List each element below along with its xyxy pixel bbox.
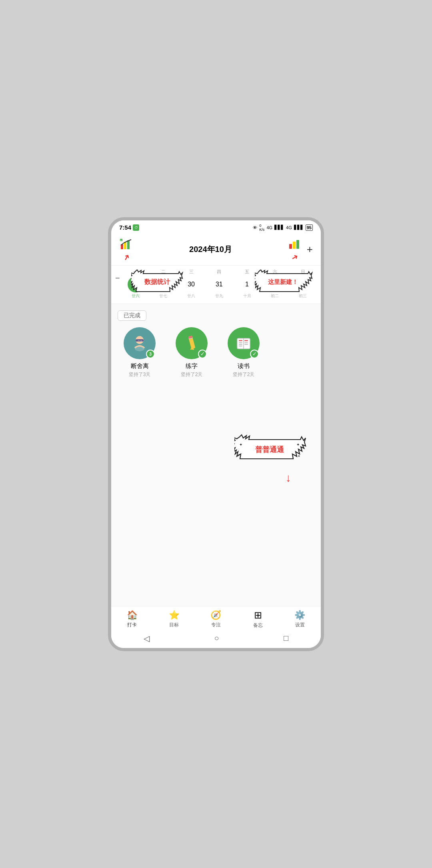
tooltip-new: 这里新建！ (255, 270, 313, 299)
bottom-nav: 🏠 打卡 ⭐ 目标 🧭 专注 ⊞ 备忘 ⚙️ 设置 (111, 606, 321, 630)
app-header: $ ➜ 2024年10月 ➜ + (111, 233, 321, 266)
signal-icon2: ▋▋▋ (294, 225, 304, 230)
bottom-annotation: ✦ ✦ ✦ ✦ 普普通通 ↓ (118, 434, 314, 484)
header-icons: ➜ + (288, 237, 313, 262)
svg-rect-29 (244, 344, 248, 345)
calendar-minus[interactable]: − (115, 274, 120, 283)
svg-text:$: $ (120, 239, 122, 242)
habit-name-dushu: 读书 (238, 362, 250, 370)
chart-button[interactable] (288, 237, 302, 252)
svg-text:这里新建！: 这里新建！ (268, 278, 298, 285)
habits-grid: メ+ル 3 断舍离 坚持了3天 (118, 327, 314, 378)
status-time: 7:54 (119, 224, 131, 231)
svg-rect-23 (239, 340, 242, 341)
home-button[interactable]: ○ (214, 634, 219, 643)
habit-item-duanshe[interactable]: メ+ル 3 断舍离 坚持了3天 (118, 327, 162, 378)
habit-icon-duanshe: メ+ル 3 (124, 327, 156, 359)
gear-icon: ⚙️ (294, 610, 305, 620)
svg-rect-1 (124, 242, 126, 249)
svg-point-14 (135, 346, 144, 351)
habit-streak-duanshe: 坚持了3天 (129, 371, 151, 378)
compass-icon: 🧭 (210, 610, 221, 620)
battery-indicator: 95 (306, 224, 313, 231)
svg-text:✦: ✦ (238, 453, 240, 457)
nav-checkin[interactable]: 🏠 打卡 (120, 610, 144, 628)
phone-frame: 7:54 ⏱ 👁 0K/s 4G ▋▋▋ 4G ▋▋▋ 95 (108, 217, 324, 651)
habit-badge-3: 3 (146, 350, 155, 358)
svg-text:✦: ✦ (239, 442, 242, 447)
network-4g2: 4G (286, 225, 292, 230)
arrow-new: ➜ (289, 251, 300, 263)
svg-text:普普通通: 普普通通 (255, 445, 284, 454)
habit-check-dushu: ✓ (250, 350, 259, 358)
nav-goals[interactable]: ⭐ 目标 (162, 610, 186, 628)
svg-rect-5 (289, 244, 292, 249)
status-left: 7:54 ⏱ (119, 224, 139, 231)
svg-rect-6 (293, 242, 296, 249)
svg-rect-27 (244, 340, 248, 341)
svg-text:数据统计: 数据统计 (144, 278, 170, 285)
nav-checkin-label: 打卡 (127, 622, 137, 628)
status-right: 👁 0K/s 4G ▋▋▋ 4G ▋▋▋ 95 (253, 224, 313, 232)
nav-focus[interactable]: 🧭 专注 (204, 610, 228, 628)
home-icon: 🏠 (127, 610, 138, 620)
signal-icon: ▋▋▋ (274, 225, 284, 230)
nav-settings-label: 设置 (295, 622, 305, 628)
star-icon: ⭐ (169, 610, 180, 620)
habit-icon-dushu: ✓ (228, 327, 260, 359)
screen-time-icon: ⏱ (133, 224, 139, 231)
svg-rect-26 (239, 346, 242, 346)
habit-item-dushu[interactable]: ✓ 读书 坚持了2天 (222, 327, 266, 378)
nav-goals-label: 目标 (169, 622, 179, 628)
svg-text:✦: ✦ (296, 442, 300, 447)
habit-item-lianzi[interactable]: ✓ 练字 坚持了2天 (170, 327, 214, 378)
system-nav: ◁ ○ □ (111, 630, 321, 648)
svg-rect-28 (244, 342, 248, 343)
memo-icon: ⊞ (254, 610, 262, 621)
network-4g1: 4G (266, 225, 272, 230)
back-button[interactable]: ◁ (144, 634, 150, 643)
header-title: 2024年10月 (189, 244, 232, 255)
habit-name-duanshe: 断舍离 (131, 362, 149, 370)
svg-rect-25 (239, 344, 242, 345)
add-button[interactable]: + (307, 243, 313, 256)
stats-button[interactable]: $ (119, 237, 134, 252)
svg-text:メ+ル: メ+ル (137, 340, 142, 342)
tooltip-pptong: ✦ ✦ ✦ ✦ 普普通通 (234, 434, 306, 472)
habit-name-lianzi: 练字 (186, 362, 198, 370)
habit-streak-dushu: 坚持了2天 (233, 371, 255, 378)
arrow-stats: ➜ (120, 252, 132, 262)
habit-streak-lianzi: 坚持了2天 (181, 371, 203, 378)
svg-rect-24 (239, 342, 242, 343)
calendar-section: − 一 二 三 四 五 六 日 28 廿六 (111, 266, 321, 304)
svg-rect-7 (296, 240, 299, 249)
eye-icon: 👁 (253, 225, 257, 230)
status-bar: 7:54 ⏱ 👁 0K/s 4G ▋▋▋ 4G ▋▋▋ 95 (111, 220, 321, 233)
completed-label: 已完成 (118, 310, 146, 321)
habit-check-lianzi: ✓ (198, 350, 207, 358)
content-area: 已完成 メ+ル (111, 304, 321, 606)
nav-focus-label: 专注 (211, 622, 221, 628)
svg-rect-2 (127, 240, 130, 249)
recent-button[interactable]: □ (284, 634, 288, 643)
nav-memo-label: 备忘 (253, 622, 263, 629)
svg-text:✦: ✦ (298, 454, 300, 458)
nav-memo[interactable]: ⊞ 备忘 (246, 610, 270, 629)
habit-icon-lianzi: ✓ (176, 327, 208, 359)
calendar-day-31[interactable]: 31 廿九 (207, 276, 231, 299)
tooltip-stats: 数据统计 (131, 270, 183, 299)
data-speed: 0K/s (259, 224, 264, 232)
nav-settings[interactable]: ⚙️ 设置 (288, 610, 312, 628)
arrow-bottom: ↓ (286, 472, 291, 484)
